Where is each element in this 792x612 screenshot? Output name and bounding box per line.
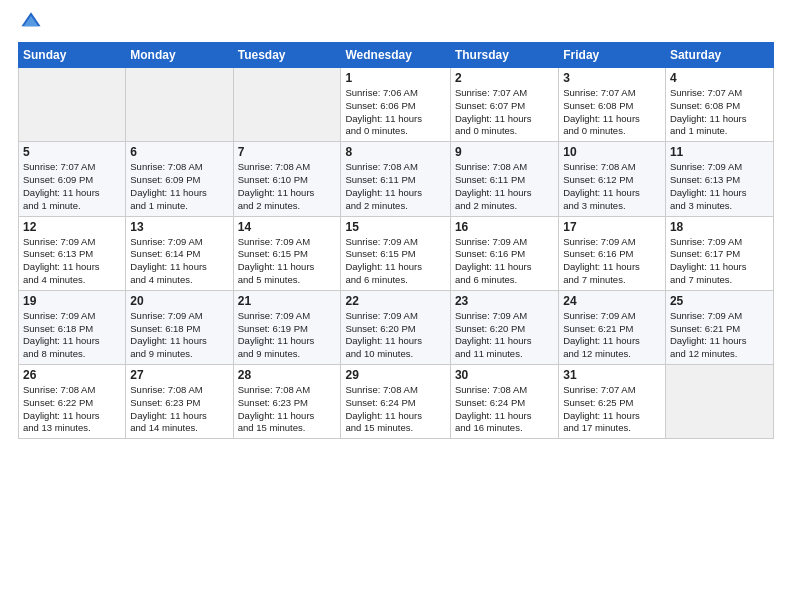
- cell-line: Sunrise: 7:09 AM: [23, 310, 121, 323]
- cell-line: Daylight: 11 hours: [238, 335, 337, 348]
- calendar-cell: 6Sunrise: 7:08 AMSunset: 6:09 PMDaylight…: [126, 142, 233, 216]
- day-number: 17: [563, 220, 661, 234]
- day-number: 3: [563, 71, 661, 85]
- col-header-saturday: Saturday: [665, 43, 773, 68]
- col-header-thursday: Thursday: [450, 43, 558, 68]
- cell-line: and 4 minutes.: [130, 274, 228, 287]
- cell-line: Sunset: 6:10 PM: [238, 174, 337, 187]
- calendar-cell: 8Sunrise: 7:08 AMSunset: 6:11 PMDaylight…: [341, 142, 450, 216]
- calendar-cell: 25Sunrise: 7:09 AMSunset: 6:21 PMDayligh…: [665, 290, 773, 364]
- cell-line: Sunset: 6:12 PM: [563, 174, 661, 187]
- cell-line: Sunrise: 7:07 AM: [455, 87, 554, 100]
- day-number: 15: [345, 220, 445, 234]
- calendar-cell: 22Sunrise: 7:09 AMSunset: 6:20 PMDayligh…: [341, 290, 450, 364]
- day-number: 16: [455, 220, 554, 234]
- cell-line: Daylight: 11 hours: [23, 335, 121, 348]
- cell-line: Sunset: 6:24 PM: [345, 397, 445, 410]
- cell-line: Sunset: 6:20 PM: [455, 323, 554, 336]
- calendar-cell: 11Sunrise: 7:09 AMSunset: 6:13 PMDayligh…: [665, 142, 773, 216]
- cell-line: Sunset: 6:15 PM: [238, 248, 337, 261]
- cell-line: and 1 minute.: [130, 200, 228, 213]
- calendar-cell: [665, 365, 773, 439]
- cell-line: Sunset: 6:21 PM: [670, 323, 769, 336]
- calendar-cell: 13Sunrise: 7:09 AMSunset: 6:14 PMDayligh…: [126, 216, 233, 290]
- day-number: 30: [455, 368, 554, 382]
- cell-line: and 2 minutes.: [455, 200, 554, 213]
- page: SundayMondayTuesdayWednesdayThursdayFrid…: [0, 0, 792, 612]
- calendar-cell: 28Sunrise: 7:08 AMSunset: 6:23 PMDayligh…: [233, 365, 341, 439]
- cell-line: Daylight: 11 hours: [345, 410, 445, 423]
- day-number: 6: [130, 145, 228, 159]
- calendar-cell: 29Sunrise: 7:08 AMSunset: 6:24 PMDayligh…: [341, 365, 450, 439]
- cell-line: Daylight: 11 hours: [670, 261, 769, 274]
- cell-line: Sunrise: 7:09 AM: [238, 236, 337, 249]
- calendar-week-row: 19Sunrise: 7:09 AMSunset: 6:18 PMDayligh…: [19, 290, 774, 364]
- cell-line: Daylight: 11 hours: [455, 261, 554, 274]
- cell-line: Sunrise: 7:09 AM: [455, 310, 554, 323]
- cell-line: and 15 minutes.: [238, 422, 337, 435]
- cell-line: Sunrise: 7:06 AM: [345, 87, 445, 100]
- calendar-cell: 19Sunrise: 7:09 AMSunset: 6:18 PMDayligh…: [19, 290, 126, 364]
- cell-line: Sunrise: 7:08 AM: [238, 384, 337, 397]
- cell-line: Daylight: 11 hours: [455, 187, 554, 200]
- cell-line: and 14 minutes.: [130, 422, 228, 435]
- cell-line: and 1 minute.: [670, 125, 769, 138]
- cell-line: Sunset: 6:20 PM: [345, 323, 445, 336]
- calendar-cell: 26Sunrise: 7:08 AMSunset: 6:22 PMDayligh…: [19, 365, 126, 439]
- cell-line: Daylight: 11 hours: [238, 261, 337, 274]
- cell-line: Sunrise: 7:07 AM: [23, 161, 121, 174]
- cell-line: Sunset: 6:06 PM: [345, 100, 445, 113]
- calendar-week-row: 1Sunrise: 7:06 AMSunset: 6:06 PMDaylight…: [19, 68, 774, 142]
- cell-line: and 4 minutes.: [23, 274, 121, 287]
- cell-line: and 6 minutes.: [455, 274, 554, 287]
- day-number: 28: [238, 368, 337, 382]
- cell-line: Daylight: 11 hours: [130, 410, 228, 423]
- col-header-wednesday: Wednesday: [341, 43, 450, 68]
- cell-line: Sunset: 6:16 PM: [563, 248, 661, 261]
- cell-line: Sunset: 6:23 PM: [238, 397, 337, 410]
- cell-line: and 2 minutes.: [345, 200, 445, 213]
- cell-line: Sunrise: 7:09 AM: [345, 236, 445, 249]
- day-number: 5: [23, 145, 121, 159]
- day-number: 10: [563, 145, 661, 159]
- cell-line: Sunrise: 7:07 AM: [670, 87, 769, 100]
- col-header-friday: Friday: [559, 43, 666, 68]
- cell-line: Daylight: 11 hours: [563, 187, 661, 200]
- day-number: 12: [23, 220, 121, 234]
- cell-line: Sunset: 6:11 PM: [345, 174, 445, 187]
- cell-line: Daylight: 11 hours: [23, 187, 121, 200]
- calendar-cell: 5Sunrise: 7:07 AMSunset: 6:09 PMDaylight…: [19, 142, 126, 216]
- cell-line: and 11 minutes.: [455, 348, 554, 361]
- calendar-week-row: 12Sunrise: 7:09 AMSunset: 6:13 PMDayligh…: [19, 216, 774, 290]
- cell-line: Sunrise: 7:09 AM: [563, 236, 661, 249]
- cell-line: Sunrise: 7:09 AM: [670, 236, 769, 249]
- cell-line: and 12 minutes.: [563, 348, 661, 361]
- cell-line: Sunrise: 7:08 AM: [130, 384, 228, 397]
- cell-line: and 8 minutes.: [23, 348, 121, 361]
- cell-line: Sunset: 6:17 PM: [670, 248, 769, 261]
- cell-line: Sunrise: 7:08 AM: [23, 384, 121, 397]
- col-header-sunday: Sunday: [19, 43, 126, 68]
- calendar-cell: [233, 68, 341, 142]
- cell-line: Sunrise: 7:09 AM: [345, 310, 445, 323]
- cell-line: Sunrise: 7:08 AM: [238, 161, 337, 174]
- calendar-cell: [19, 68, 126, 142]
- cell-line: Sunset: 6:19 PM: [238, 323, 337, 336]
- cell-line: Sunset: 6:16 PM: [455, 248, 554, 261]
- day-number: 31: [563, 368, 661, 382]
- calendar-cell: 15Sunrise: 7:09 AMSunset: 6:15 PMDayligh…: [341, 216, 450, 290]
- cell-line: Daylight: 11 hours: [345, 187, 445, 200]
- cell-line: Sunrise: 7:08 AM: [455, 161, 554, 174]
- cell-line: Sunset: 6:09 PM: [130, 174, 228, 187]
- cell-line: Daylight: 11 hours: [670, 113, 769, 126]
- calendar-cell: 30Sunrise: 7:08 AMSunset: 6:24 PMDayligh…: [450, 365, 558, 439]
- cell-line: Sunset: 6:11 PM: [455, 174, 554, 187]
- cell-line: Sunrise: 7:09 AM: [670, 161, 769, 174]
- cell-line: Sunset: 6:08 PM: [563, 100, 661, 113]
- day-number: 18: [670, 220, 769, 234]
- cell-line: Sunset: 6:13 PM: [670, 174, 769, 187]
- cell-line: Sunset: 6:22 PM: [23, 397, 121, 410]
- cell-line: Daylight: 11 hours: [345, 113, 445, 126]
- cell-line: and 13 minutes.: [23, 422, 121, 435]
- cell-line: Daylight: 11 hours: [238, 410, 337, 423]
